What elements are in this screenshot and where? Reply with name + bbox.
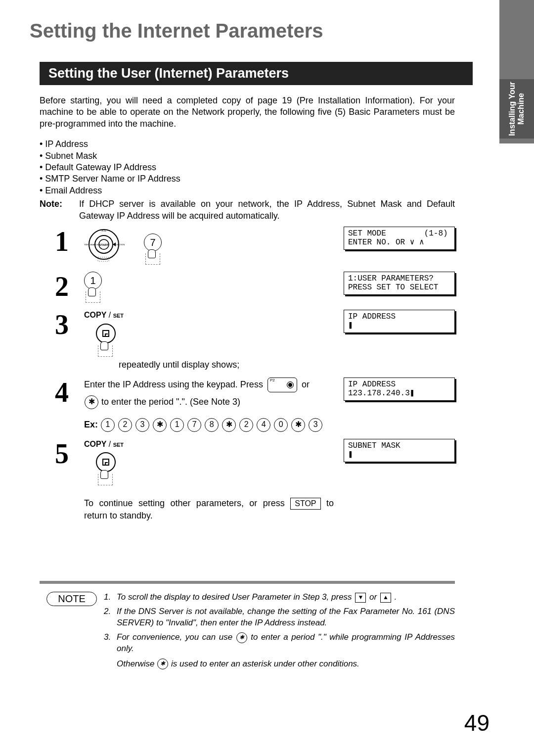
step-number: 2 (40, 273, 84, 300)
ex-key: 8 (205, 418, 219, 432)
p2-key-icon: P2 (267, 378, 297, 392)
footnote-text: Otherwise (117, 659, 157, 668)
footnote-index: 1. (104, 592, 117, 603)
footnote-2: 2. If the DNS Server is not available, c… (104, 606, 455, 629)
note-badge: NOTE (40, 592, 104, 673)
asterisk-key-icon: ✱ (157, 659, 168, 669)
copy-set-icon (96, 324, 116, 343)
step5-text-a: To continue setting other parameters, or… (84, 498, 290, 508)
up-arrow-icon: ▲ (380, 593, 391, 603)
ex-key: 3 (309, 418, 322, 432)
example-label: Ex: (84, 420, 98, 429)
param-item: Email Address (40, 185, 455, 196)
step-number: 4 (40, 378, 84, 406)
note-row: Note: If DHCP server is available on you… (40, 198, 455, 222)
lcd-display: SUBNET MASK ❚ (344, 439, 455, 462)
footnote-text: or (369, 592, 379, 602)
ex-key: 0 (274, 418, 288, 432)
param-item: IP Address (40, 139, 455, 150)
lcd-display: IP ADDRESS ❚ (344, 310, 455, 333)
lcd-display: 1:USER PARAMETERS? PRESS SET TO SELECT (344, 272, 455, 295)
ex-key: 3 (135, 418, 149, 432)
footnotes: NOTE 1. To scroll the display to desired… (40, 592, 455, 673)
footnote-text: is used to enter an asterisk under other… (171, 659, 359, 668)
step3-tail: repeatedly until display shows; (119, 359, 334, 371)
section-heading: Setting the User (Internet) Parameters (40, 62, 473, 85)
intro-paragraph: Before starting, you will need a complet… (40, 95, 455, 130)
press-icon (145, 253, 160, 265)
asterisk-key-icon: ✱ (85, 395, 98, 409)
ex-key: 7 (187, 418, 201, 432)
page-number: 49 (464, 709, 490, 736)
step-number: 1 (40, 228, 84, 255)
press-icon (98, 345, 113, 357)
ex-key: 4 (257, 418, 270, 432)
step4-text-a: Enter the IP Address using the keypad. P… (84, 379, 266, 389)
ex-key: 2 (239, 418, 253, 432)
page-title: Setting the Internet Parameters (30, 20, 490, 42)
stop-key-icon: STOP (290, 498, 320, 510)
side-tab: Installing Your Machine (499, 79, 534, 139)
copy-set-label: COPY / SET (84, 439, 334, 450)
step-5: 5 COPY / SET To continue setting other p… (40, 439, 455, 521)
svg-text:FUNCTION: FUNCTION (115, 243, 125, 246)
key-1: 1 (84, 272, 102, 303)
ex-key: 1 (170, 418, 184, 432)
svg-text:DIRECTORY SEARCH: DIRECTORY SEARCH (84, 243, 98, 246)
param-item: Subnet Mask (40, 150, 455, 162)
footnote-index: 3. (104, 632, 117, 670)
ex-key: 2 (118, 418, 132, 432)
lcd-display: IP ADDRESS 123.178.240.3❚ (344, 378, 455, 401)
copy-set-icon (96, 452, 116, 472)
down-arrow-icon: ▼ (355, 593, 366, 603)
param-list: IP Address Subnet Mask Default Gateway I… (40, 139, 455, 196)
press-icon (98, 474, 113, 485)
step-number: 5 (40, 440, 84, 468)
key-1-circle: 1 (84, 272, 102, 289)
step-number: 3 (40, 311, 84, 338)
footnote-3: 3. For convenience, you can use ✱ to ent… (104, 632, 455, 670)
footnote-text: . (395, 592, 397, 602)
side-tab-label: Installing Your Machine (508, 72, 526, 146)
key-7: 7 (144, 227, 162, 265)
svg-text:START: START (99, 243, 109, 246)
press-icon (86, 291, 100, 303)
step-4: 4 Enter the IP Address using the keypad.… (40, 378, 455, 432)
ex-key: ✱ (153, 418, 167, 432)
note-badge-label: NOTE (46, 592, 97, 606)
dial-icon: START VOL DIRECTORY SEARCH FUNCTION (84, 227, 132, 262)
note-label: Note: (40, 198, 79, 222)
step-2: 2 1 1:USER PARAMETERS? PRESS SET TO SELE… (40, 272, 455, 303)
step-1: 1 START VOL DIRECTORY SEARCH FUNCTION (40, 227, 455, 265)
step4-text-b: or (302, 379, 310, 389)
ex-key: ✱ (222, 418, 236, 432)
footnote-text: If the DNS Server is not available, chan… (117, 606, 455, 629)
lcd-display: SET MODE (1-8) ENTER NO. OR ∨ ∧ (344, 227, 455, 250)
ex-key: 1 (101, 418, 115, 432)
param-item: SMTP Server Name or IP Address (40, 173, 455, 185)
footnote-text: For convenience, you can use (117, 632, 236, 642)
ex-key: ✱ (291, 418, 305, 432)
step-3: 3 COPY / SET repeatedly until display sh… (40, 310, 455, 371)
footnote-text: To scroll the display to desired User Pa… (117, 592, 354, 602)
param-item: Default Gateway IP Address (40, 162, 455, 173)
footnote-1: 1. To scroll the display to desired User… (104, 592, 455, 603)
svg-text:VOL: VOL (101, 229, 106, 232)
divider (40, 581, 455, 584)
copy-set-label: COPY / SET (84, 310, 334, 321)
footnote-index: 2. (104, 606, 117, 629)
step4-text-c: to enter the period ".". (See Note 3) (101, 397, 240, 407)
asterisk-key-icon: ✱ (236, 632, 247, 643)
note-text: If DHCP server is available on your netw… (79, 198, 455, 222)
key-7-circle: 7 (144, 234, 162, 251)
